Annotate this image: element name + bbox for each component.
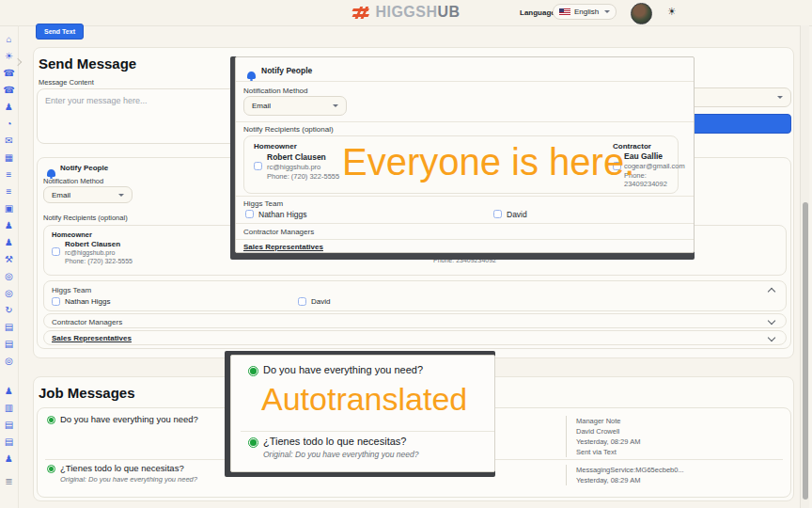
message-meta: MessagingService:MG65ecbeb0...Yesterday,… [566,465,684,485]
popup-team-member-2-checkbox[interactable] [493,210,502,218]
higgs-team-label: Higgs Team [52,286,91,294]
popup-homeowner-checkbox[interactable] [254,162,262,170]
homeowner-phone: Phone: (720) 322-5555 [65,258,133,266]
popup-message-original-text: Original: Do you have everything you nee… [263,450,418,459]
theme-toggle-icon[interactable]: ☀ [667,7,677,17]
clipboard-check-icon[interactable]: ▤ [5,421,13,430]
message-meta-line: Yesterday, 08:29 AM [576,437,640,447]
divider [241,431,494,432]
tools-icon[interactable]: ⚒ [5,255,13,264]
phone-calls-icon[interactable]: ☎ [3,86,14,95]
popup-team-member-2-label: David [507,210,527,219]
disc-icon[interactable]: ◎ [5,357,13,366]
brand-name: HIGGSHUB [375,4,460,21]
brand-logo-icon [351,7,370,19]
popup-homeowner-name: Robert Clausen [267,152,326,162]
contractor-managers-accordion[interactable]: Contractor Managers [43,313,787,328]
popup-notification-method-label: Notification Method [243,87,307,95]
user-avatar[interactable] [631,3,652,24]
popup-notification-method-value: Email [252,102,271,110]
record-icon[interactable]: ◎ [5,289,13,298]
popup-message-text: ¿Tienes todo lo que necesitas? [263,436,406,447]
remove-user-icon[interactable]: ♟ [5,454,13,464]
weather-icon[interactable]: ☀ [5,52,13,61]
top-header: HIGGSHUB Language: English ☀ [0,0,812,26]
language-select[interactable]: English [553,4,617,20]
sync-user-icon[interactable]: ↻ [5,306,12,315]
team-member-2-checkbox[interactable] [298,297,306,306]
menu-settings-icon[interactable]: ≣ [5,477,12,486]
bell-icon [47,169,55,177]
message-text: Do you have everything you need? [60,414,198,424]
popup-notification-method-select[interactable]: Email [243,96,347,116]
popup-notify-recipients-label: Notify Recipients (optional) [243,125,334,134]
list-icon[interactable]: ≡ [7,170,12,180]
contact-icon[interactable]: ♟ [5,103,13,112]
assign-user-icon[interactable]: ♟ [5,387,13,396]
homeowner-name: Robert Clausen [65,240,120,248]
calendar-icon[interactable]: ▦ [5,153,13,163]
notification-method-label: Notification Method [43,177,103,185]
target-icon[interactable]: ◎ [5,272,13,281]
sales-representatives-accordion[interactable]: Sales Representatives [43,330,787,345]
job-messages-zoom-popup: Do you have everything you need? Autotra… [230,355,495,472]
chevron-up-icon[interactable] [768,288,775,295]
sidebar-group-top: ⌂☀☎☎♟◔✉▦≡≡▣♟♟⚒◎◎↻▤▤◎ [3,35,14,366]
homeowner-group-label: Homeowner [52,230,92,239]
divider [236,223,694,224]
higgs-team-accordion[interactable]: Higgs Team Nathan Higgs David [43,280,787,311]
message-text: ¿Tienes todo lo que necesitas? [60,463,184,473]
app-root: HIGGSHUB Language: English ☀ ⌂☀☎☎♟◔✉▦≡≡▣… [0,0,812,508]
notify-people-title: Notify People [60,164,108,172]
zoom-caption-autotranslated: Autotranslated [261,381,467,418]
popup-contractor-managers-label: Contractor Managers [243,228,314,236]
popup-team-member-1-label: Nathan Higgs [258,210,307,219]
bell-icon [247,71,256,79]
message-meta-line: Sent via Text [576,447,640,457]
sidebar-group-bottom: ♟▥▤▤♟ [5,387,13,464]
clock-icon[interactable]: ◔ [6,119,11,129]
tasks-icon[interactable]: ≡ [7,187,12,197]
home-icon[interactable]: ⌂ [6,35,11,44]
sales-representatives-link[interactable]: Sales Representatives [52,334,132,342]
clipboard-list-icon[interactable]: ▤ [5,437,13,447]
brand-logo: HIGGSHUB [351,4,460,21]
divider [236,196,694,197]
send-message-title: Send Message [39,56,136,71]
notification-method-select[interactable]: Email [43,186,133,203]
page-scrollbar [800,25,809,508]
popup-notify-people-title: Notify People [261,66,312,75]
team-member-2-label: David [311,297,330,306]
chevron-down-icon[interactable] [768,334,775,341]
contractor-managers-label: Contractor Managers [52,318,122,326]
divider [236,121,694,122]
page-scrollbar-thumb[interactable] [803,202,808,500]
add-contact-icon[interactable]: ♟ [5,238,13,247]
truck-icon[interactable]: ▥ [5,404,13,413]
popup-sales-representatives-link[interactable]: Sales Representatives [243,243,323,251]
mail-icon[interactable]: ✉ [5,136,12,146]
shield-icon[interactable]: ▣ [5,204,13,214]
team-member-1-checkbox[interactable] [52,297,60,306]
popup-homeowner-group-label: Homeowner [254,142,297,151]
clipboard-icon[interactable]: ▤ [5,323,13,332]
popup-team-member-1-checkbox[interactable] [245,210,254,218]
chevron-down-icon[interactable] [768,317,775,325]
divider [236,81,694,82]
icon-sidebar: ⌂☀☎☎♟◔✉▦≡≡▣♟♟⚒◎◎↻▤▤◎ ♟▥▤▤♟ ≣ [0,25,19,508]
send-text-button[interactable]: Send Text [36,24,84,40]
brand-name-light: HIGGSH [375,4,437,20]
team-member-1-label: Nathan Higgs [65,297,110,306]
message-meta-line: Manager Note [576,416,640,426]
homeowner-email: rc@higgshub.pro [65,249,115,258]
contractor-phone: Phone: 23409234092 [433,257,496,265]
phone-icon[interactable]: ☎ [3,69,14,78]
message-status-icon [47,465,55,473]
brand-name-bold: UB [438,4,461,20]
add-user-icon[interactable]: ♟ [5,221,13,230]
message-content-label: Message Content [39,78,94,87]
homeowner-checkbox[interactable] [52,247,60,256]
report-icon[interactable]: ▤ [5,340,13,349]
message-original-text: Original: Do you have everything you nee… [60,475,197,484]
chevron-down-icon [604,10,610,13]
